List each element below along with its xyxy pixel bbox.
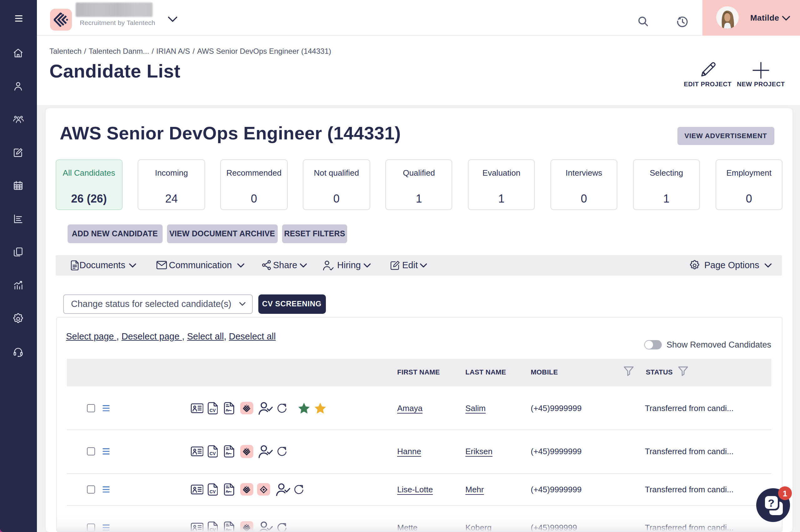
svg-text:?: ? — [768, 497, 775, 509]
